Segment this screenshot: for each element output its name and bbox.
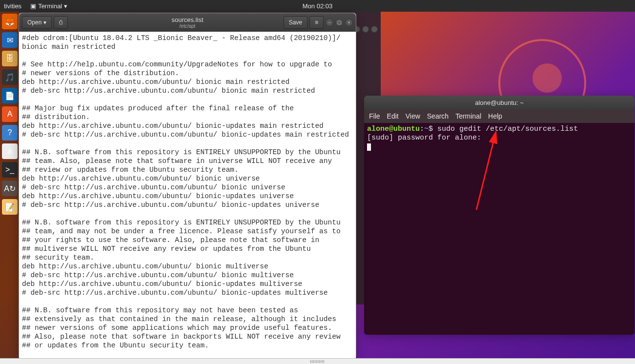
app-menu[interactable]: ▣ Terminal ▾ (25, 2, 72, 10)
thunderbird-icon[interactable]: ✉ (2, 32, 18, 48)
cursor-icon (367, 143, 371, 151)
prompt-sep: : (420, 125, 424, 133)
terminal-line-1: alone@ubuntu:~$ sudo gedit /etc/apt/sour… (367, 125, 632, 134)
firefox-icon[interactable]: 🦊 (2, 14, 18, 29)
new-tab-button[interactable]: ⎙ (54, 16, 68, 29)
new-document-icon: ⎙ (59, 19, 62, 26)
software-icon[interactable]: A (2, 106, 18, 122)
menu-edit[interactable]: Edit (387, 112, 399, 120)
prompt-symbol: $ (429, 125, 433, 133)
bottom-resize-strip (0, 358, 635, 364)
prompt-user: alone@ubuntu (367, 125, 420, 133)
menu-help[interactable]: Help (488, 112, 502, 120)
prompt-path: ~ (424, 125, 429, 133)
save-button[interactable]: Save (284, 16, 307, 29)
chevron-down-icon: ▾ (43, 19, 46, 26)
menu-file[interactable]: File (369, 112, 380, 120)
terminal-titlebar: alone@ubuntu: ~ (364, 96, 635, 109)
updater-icon[interactable]: A↻ (2, 181, 18, 196)
close-icon[interactable] (371, 26, 378, 33)
maximize-icon[interactable] (362, 26, 369, 33)
terminal-icon[interactable]: >_ (2, 162, 18, 178)
clock[interactable]: Mon 02:03 (303, 2, 332, 10)
terminal-title: alone@ubuntu: ~ (475, 99, 524, 106)
launcher-dock: 🦊✉🗄🎵📄A?a>_A↻📝 (0, 12, 20, 364)
gedit-window: Open ▾ ⎙ sources.list /etc/apt Save ≡ – … (19, 13, 356, 359)
terminal-line-2: [sudo] password for alone: (367, 134, 632, 142)
terminal-window: alone@ubuntu: ~ File Edit View Search Te… (364, 96, 635, 335)
terminal-menubar: File Edit View Search Terminal Help (364, 109, 635, 123)
wallpaper-decoration-inner (533, 63, 562, 93)
resize-grip-icon[interactable] (310, 360, 325, 363)
menu-search[interactable]: Search (427, 112, 449, 120)
libreoffice-writer-icon[interactable]: 📄 (2, 88, 18, 103)
sudo-prompt: [sudo] password for alone: (367, 134, 481, 142)
minimize-icon[interactable]: – (326, 19, 333, 26)
amazon-icon[interactable]: a (2, 143, 18, 159)
terminal-body[interactable]: alone@ubuntu:~$ sudo gedit /etc/apt/sour… (364, 123, 635, 335)
top-panel: tivities ▣ Terminal ▾ Mon 02:03 (0, 0, 635, 12)
menu-view[interactable]: View (406, 112, 420, 120)
hamburger-menu-button[interactable]: ≡ (309, 16, 324, 29)
gedit-title: sources.list (171, 16, 203, 23)
open-button[interactable]: Open ▾ (22, 16, 52, 29)
gedit-text-area[interactable]: #deb cdrom:[Ubuntu 18.04.2 LTS _Bionic B… (19, 32, 356, 359)
gedit-headerbar: Open ▾ ⎙ sources.list /etc/apt Save ≡ – … (19, 13, 356, 32)
command-text: sudo gedit /etc/apt/sources.list (433, 125, 578, 133)
gedit-title-block: sources.list /etc/apt (171, 16, 203, 29)
rhythmbox-icon[interactable]: 🎵 (2, 69, 18, 85)
menu-terminal[interactable]: Terminal (455, 112, 481, 120)
gedit-subtitle: /etc/apt (171, 23, 203, 29)
close-icon[interactable]: × (345, 19, 353, 26)
maximize-icon[interactable]: ▢ (335, 19, 343, 26)
hamburger-icon: ≡ (315, 19, 318, 26)
help-icon[interactable]: ? (2, 125, 18, 141)
terminal-line-3 (367, 142, 632, 151)
activities-button[interactable]: tivities (0, 2, 25, 10)
files-icon[interactable]: 🗄 (2, 51, 18, 66)
open-label: Open (27, 19, 41, 26)
terminal-icon: ▣ (30, 2, 36, 10)
notes-icon[interactable]: 📝 (2, 199, 18, 215)
app-menu-label: Terminal ▾ (38, 2, 67, 10)
